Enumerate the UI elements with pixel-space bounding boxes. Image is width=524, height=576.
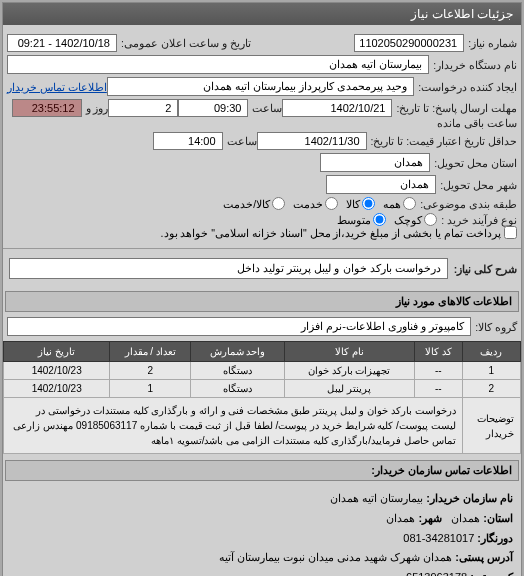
group-label: گروه کالا: [475, 321, 517, 333]
city-field: همدان [326, 175, 436, 194]
th-code: کد کالا [414, 342, 462, 362]
contact-city-label: شهر: [418, 512, 442, 524]
panel-header: جزئیات اطلاعات نیاز [3, 3, 521, 25]
price-validity-label: حداقل تاریخ اعتبار قیمت: تا تاریخ: [371, 135, 517, 147]
table-desc-row: توضیحات خریدار درخواست بارکد خوان و لیبل… [4, 398, 521, 454]
th-qty: تعداد / مقدار [110, 342, 191, 362]
items-table: ردیف کد کالا نام کالا واحد شمارش تعداد /… [3, 341, 521, 454]
req-no-label: شماره نیاز: [468, 37, 517, 49]
resp-deadline-label: مهلت ارسال پاسخ: تا تاریخ: [396, 102, 517, 114]
process-radio-group: کوچک متوسط [337, 213, 437, 226]
contact-address-value: همدان شهرک شهید مدنی میدان نبوت بیمارستا… [219, 551, 452, 563]
req-no-field: 1102050290000231 [354, 34, 464, 52]
radio-service[interactable]: خدمت [293, 197, 338, 210]
table-row: 2 -- پرینتر لیبل دستگاه 1 1402/10/23 [4, 380, 521, 398]
pubdate-field: 1402/10/18 - 09:21 [7, 34, 117, 52]
pubdate-label: تاریخ و ساعت اعلان عمومی: [121, 37, 251, 49]
contact-fax-value: 34281017-081 [403, 532, 474, 544]
category-radio-group: همه کالا خدمت کالا/خدمت [223, 197, 416, 210]
contact-org-value: بیمارستان اتیه همدان [330, 492, 423, 504]
time-label-1: ساعت [252, 102, 282, 114]
remain-days-label: روز و [86, 102, 109, 114]
remain-days-field: 2 [108, 99, 178, 117]
main-title-label: شرح کلی نیاز: [454, 263, 517, 275]
contact-postal-label: کد پستی: [470, 571, 513, 576]
resp-date-field: 1402/10/21 [282, 99, 392, 117]
radio-goods[interactable]: کالا [346, 197, 375, 210]
table-header-row: ردیف کد کالا نام کالا واحد شمارش تعداد /… [4, 342, 521, 362]
items-header: اطلاعات کالاهای مورد نیاز [5, 291, 519, 312]
contact-link[interactable]: اطلاعات تماس خریدار [7, 81, 107, 93]
th-row: ردیف [462, 342, 520, 362]
remain-suffix-label: ساعت باقی مانده [437, 117, 517, 129]
contact-province-label: استان: [483, 512, 513, 524]
contact-section: نام سازمان خریدار: بیمارستان اتیه همدان … [3, 483, 521, 576]
process-label: نوع فرآیند خرید : [441, 214, 517, 226]
radio-small[interactable]: کوچک [394, 213, 437, 226]
main-title-field: درخواست بارکد خوان و لیبل پرینتر تولید د… [9, 258, 448, 279]
price-date-field: 1402/11/30 [257, 132, 367, 150]
org-label: نام دستگاه خریدار: [433, 59, 517, 71]
table-row: 1 -- تجهیزات بارکد خوان دستگاه 2 1402/10… [4, 362, 521, 380]
category-label: طبقه بندی موضوعی: [420, 198, 517, 210]
th-name: نام کالا [284, 342, 414, 362]
radio-medium[interactable]: متوسط [337, 213, 386, 226]
radio-goodservice[interactable]: کالا/خدمت [223, 197, 285, 210]
resp-time-field: 09:30 [178, 99, 248, 117]
desc-cell: درخواست بارکد خوان و لیبل پرینتر طبق مشخ… [4, 398, 463, 454]
desc-label-cell: توضیحات خریدار [462, 398, 520, 454]
contact-city-value: همدان [386, 512, 415, 524]
contact-fax-label: دورنگار: [477, 532, 513, 544]
contact-postal-value: 6513963178 [406, 571, 467, 576]
contact-province-value: همدان [451, 512, 480, 524]
remain-time-field: 23:55:12 [12, 99, 82, 117]
province-field: همدان [320, 153, 430, 172]
contact-org-label: نام سازمان خریدار: [426, 492, 513, 504]
contact-header: اطلاعات تماس سازمان خریدار: [5, 460, 519, 481]
radio-all[interactable]: همه [383, 197, 416, 210]
group-field: کامپیوتر و فناوری اطلاعات-نرم افزار [7, 317, 471, 336]
creator-field: وحید پیرمحمدی کارپرداز بیمارستان اتیه هم… [107, 77, 414, 96]
province-label: استان محل تحویل: [434, 157, 517, 169]
price-time-field: 14:00 [153, 132, 223, 150]
creator-label: ایجاد کننده درخواست: [418, 81, 517, 93]
city-label: شهر محل تحویل: [440, 179, 517, 191]
org-field: بیمارستان اتیه همدان [7, 55, 429, 74]
process-note-check[interactable]: پرداخت تمام یا بخشی از مبلغ خرید،از محل … [161, 226, 517, 239]
th-date: تاریخ نیاز [4, 342, 110, 362]
contact-address-label: آدرس پستی: [455, 551, 513, 563]
time-label-2: ساعت [227, 135, 257, 147]
th-unit: واحد شمارش [191, 342, 285, 362]
